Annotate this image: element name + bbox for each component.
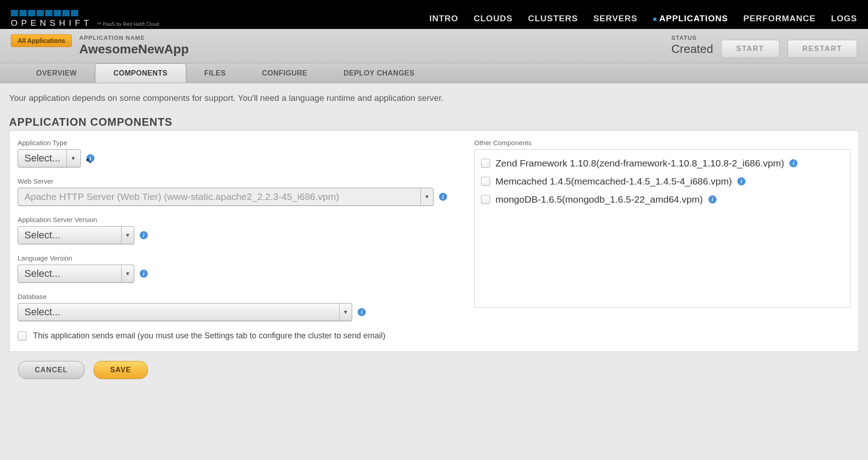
web-server-label: Web Server (18, 177, 447, 185)
email-checkbox-label: This application sends email (you must u… (33, 331, 385, 341)
language-version-value: Select... (18, 268, 121, 280)
other-component-label: mongoDB-1.6.5(mongodb_1.6.5-22_amd64.vpm… (495, 194, 703, 205)
nav-applications[interactable]: APPLICATIONS (653, 14, 728, 24)
tab-configure[interactable]: CONFIGURE (244, 64, 326, 83)
email-checkbox[interactable] (18, 332, 27, 341)
checkbox[interactable] (481, 177, 490, 186)
tab-overview[interactable]: OVERVIEW (18, 64, 95, 83)
info-icon[interactable]: i (140, 231, 148, 239)
database-select[interactable]: Select... ▼ (18, 303, 352, 321)
chevron-down-icon: ▼ (121, 265, 134, 282)
tab-deploy-changes[interactable]: DEPLOY CHANGES (326, 64, 433, 83)
other-component-label: Memcached 1.4.5(memcached-1.4.5_1.4.5-4_… (495, 176, 732, 187)
chevron-down-icon: ▼ (420, 188, 433, 205)
brand-name: OPENSHIFT (11, 18, 93, 28)
info-icon[interactable]: i (789, 159, 797, 167)
status-value: Created (671, 42, 713, 56)
language-version-label: Language Version (18, 254, 447, 262)
nav-performance[interactable]: PERFORMANCE (743, 14, 816, 24)
save-button[interactable]: SAVE (94, 361, 148, 379)
top-nav-links: INTRO CLOUDS CLUSTERS SERVERS APPLICATIO… (429, 14, 857, 28)
cancel-button[interactable]: CANCEL (18, 361, 85, 379)
info-icon[interactable]: i (140, 270, 148, 278)
app-name-label: APPLICATION NAME (79, 34, 189, 41)
tab-components[interactable]: COMPONENTS (95, 63, 186, 83)
web-server-select[interactable]: Apache HTTP Server (Web Tier) (www-stati… (18, 188, 434, 206)
other-component-row[interactable]: Memcached 1.4.5(memcached-1.4.5_1.4.5-4_… (478, 172, 846, 190)
breadcrumb-all-applications[interactable]: All Applications (11, 34, 72, 47)
nav-clouds[interactable]: CLOUDS (474, 14, 513, 24)
section-title: APPLICATION COMPONENTS (9, 116, 859, 128)
nav-servers[interactable]: SERVERS (593, 14, 637, 24)
email-checkbox-row[interactable]: This application sends email (you must u… (18, 331, 447, 341)
app-type-value: Select... (18, 152, 66, 164)
app-header: All Applications APPLICATION NAME Awesom… (0, 29, 868, 63)
other-components-list[interactable]: Zend Framework 1.10.8(zend-framework-1.1… (474, 149, 850, 308)
app-name-block: APPLICATION NAME AwesomeNewApp (79, 34, 189, 57)
info-icon[interactable]: i (358, 308, 366, 316)
brand-logo: OPENSHIFT ™ PaaS by Red Hat® Cloud (11, 10, 159, 28)
nav-logs[interactable]: LOGS (831, 14, 857, 24)
database-value: Select... (18, 306, 339, 318)
tab-files[interactable]: FILES (186, 64, 244, 83)
status-label: STATUS (671, 34, 713, 41)
other-component-label: Zend Framework 1.10.8(zend-framework-1.1… (495, 158, 784, 169)
status-block: STATUS Created (671, 34, 713, 56)
language-version-select[interactable]: Select... ▼ (18, 265, 134, 283)
components-panel: Application Type Select... ▼ i ↖ Web Ser… (9, 130, 859, 352)
app-type-label: Application Type (18, 139, 447, 147)
info-icon[interactable]: i (708, 195, 717, 204)
other-components-label: Other Components (474, 139, 850, 147)
database-label: Database (18, 293, 447, 300)
other-component-row[interactable]: Zend Framework 1.10.8(zend-framework-1.1… (478, 154, 846, 172)
other-component-row[interactable]: mongoDB-1.6.5(mongodb_1.6.5-22_amd64.vpm… (478, 190, 846, 209)
app-server-version-select[interactable]: Select... ▼ (18, 226, 134, 244)
chevron-down-icon: ▼ (66, 150, 79, 167)
checkbox[interactable] (481, 159, 490, 168)
info-icon[interactable]: i (86, 154, 94, 162)
web-server-value: Apache HTTP Server (Web Tier) (www-stati… (18, 191, 420, 202)
app-server-version-value: Select... (18, 229, 121, 241)
nav-intro[interactable]: INTRO (429, 14, 458, 24)
chevron-down-icon: ▼ (121, 227, 134, 244)
restart-button[interactable]: RESTART (788, 40, 857, 58)
info-icon[interactable]: i (737, 177, 745, 185)
intro-text: Your application depends on some compone… (9, 93, 859, 103)
start-button[interactable]: START (721, 40, 779, 58)
logo-blocks-icon (11, 10, 159, 16)
app-server-version-label: Application Server Version (18, 216, 447, 223)
brand-tagline: ™ PaaS by Red Hat® Cloud (96, 21, 159, 27)
top-navbar: OPENSHIFT ™ PaaS by Red Hat® Cloud INTRO… (0, 0, 868, 29)
chevron-down-icon: ▼ (339, 304, 352, 321)
nav-clusters[interactable]: CLUSTERS (528, 14, 578, 24)
info-icon[interactable]: i (439, 193, 447, 201)
checkbox[interactable] (481, 195, 490, 204)
main-content: Your application depends on some compone… (0, 83, 868, 402)
app-type-select[interactable]: Select... ▼ (18, 149, 81, 167)
footer-buttons: CANCEL SAVE (9, 352, 859, 388)
tabs-row: OVERVIEW COMPONENTS FILES CONFIGURE DEPL… (0, 63, 868, 83)
app-name-value: AwesomeNewApp (79, 42, 189, 57)
